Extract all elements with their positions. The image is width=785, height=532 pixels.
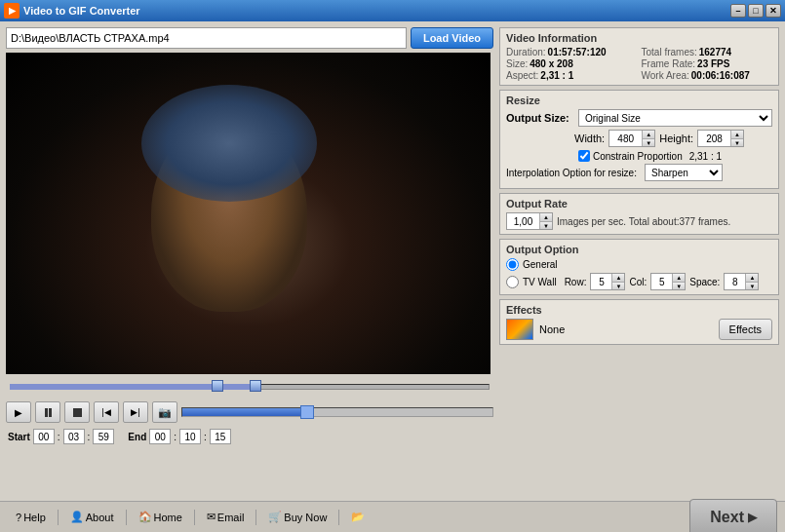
height-up[interactable]: ▲ xyxy=(731,131,743,138)
help-button[interactable]: ? Help xyxy=(8,507,54,528)
separator-2 xyxy=(126,510,127,525)
minimize-button[interactable]: – xyxy=(730,4,746,18)
about-icon: 👤 xyxy=(70,511,84,523)
general-radio[interactable] xyxy=(506,258,519,271)
bottom-bar: ? Help 👤 About 🏠 Home ✉ Email 🛒 Buy Now … xyxy=(0,501,785,532)
folder-icon: 📂 xyxy=(351,511,365,523)
slider-row xyxy=(6,378,493,396)
resize-title: Resize xyxy=(506,95,772,106)
row-input[interactable] xyxy=(591,274,612,289)
dimensions-row: Width: ▲ ▼ Height: ▲ ▼ xyxy=(574,130,772,147)
end-minutes[interactable] xyxy=(179,429,201,444)
app-icon: ▶ xyxy=(4,3,20,19)
email-button[interactable]: ✉ Email xyxy=(199,507,253,528)
output-size-select[interactable]: Original Size xyxy=(579,110,771,126)
file-path-input[interactable] xyxy=(6,27,407,49)
constrain-label: Constrain Proportion xyxy=(593,151,683,162)
close-button[interactable]: ✕ xyxy=(765,4,781,18)
row-label: Row: xyxy=(565,277,587,287)
space-down[interactable]: ▼ xyxy=(746,282,758,289)
duration-row: Duration: 01:57:57:120 xyxy=(506,47,638,57)
frame-rate-row: Frame Rate: 23 FPS xyxy=(642,58,773,69)
transport-row: ▶ |◀ ▶| 📷 xyxy=(6,399,493,425)
total-frames-row: Total frames: 162774 xyxy=(642,47,773,57)
window-controls: – □ ✕ xyxy=(730,4,781,18)
rate-row: ▲ ▼ Images per sec. Total about:377 fram… xyxy=(506,212,772,230)
separator-3 xyxy=(194,510,195,525)
pause-button[interactable] xyxy=(35,401,60,423)
next-frame-button[interactable]: ▶| xyxy=(123,401,148,423)
separator-4 xyxy=(255,510,256,525)
width-label: Width: xyxy=(574,133,605,144)
output-size-row: Output Size: Original Size xyxy=(506,109,772,127)
separator-5 xyxy=(338,510,339,525)
video-info-title: Video Information xyxy=(506,32,772,44)
play-button[interactable]: ▶ xyxy=(6,401,31,423)
rate-down[interactable]: ▼ xyxy=(540,221,552,229)
start-minutes[interactable] xyxy=(63,429,85,444)
about-button[interactable]: 👤 About xyxy=(62,507,122,528)
width-down[interactable]: ▼ xyxy=(643,138,654,146)
end-seconds[interactable] xyxy=(210,429,231,444)
effects-row: None Effects xyxy=(506,319,772,340)
constrain-value: 2,31 : 1 xyxy=(689,151,722,162)
range-end-handle[interactable] xyxy=(250,380,261,392)
load-video-button[interactable]: Load Video xyxy=(411,27,493,49)
tvwall-radio[interactable] xyxy=(506,276,519,288)
end-label: End xyxy=(128,432,146,442)
height-down[interactable]: ▼ xyxy=(731,138,743,146)
col-up[interactable]: ▲ xyxy=(673,274,685,282)
col-down[interactable]: ▼ xyxy=(673,282,685,289)
output-size-select-wrap[interactable]: Original Size xyxy=(578,109,772,127)
email-icon: ✉ xyxy=(207,511,216,523)
prev-button[interactable]: |◀ xyxy=(94,401,119,423)
height-spinner[interactable]: ▲ ▼ xyxy=(697,130,744,147)
effects-button[interactable]: Effects xyxy=(719,319,772,340)
buy-button[interactable]: 🛒 Buy Now xyxy=(260,507,334,528)
space-input[interactable] xyxy=(725,274,746,289)
width-input[interactable] xyxy=(609,131,643,146)
rate-up[interactable]: ▲ xyxy=(540,213,552,221)
rate-description: Images per sec. Total about:377 frames. xyxy=(557,216,730,227)
work-area-row: Work Area: 00:06:16:087 xyxy=(642,70,773,81)
file-row: Load Video xyxy=(6,27,493,49)
start-hours[interactable] xyxy=(33,429,55,444)
width-up[interactable]: ▲ xyxy=(643,131,654,138)
start-label: Start xyxy=(8,432,30,442)
camera-button[interactable]: 📷 xyxy=(152,401,177,423)
general-radio-row: General xyxy=(506,258,772,271)
progress-bar[interactable] xyxy=(181,407,493,417)
col-spinner[interactable]: ▲ ▼ xyxy=(650,273,686,290)
next-button[interactable]: Next ▶ xyxy=(689,499,777,533)
progress-handle[interactable] xyxy=(300,405,314,419)
separator-1 xyxy=(58,510,59,525)
end-hours[interactable] xyxy=(149,429,171,444)
interpolation-select[interactable]: Sharpen Bilinear Bicubic xyxy=(646,165,722,180)
right-panel: Video Information Duration: 01:57:57:120… xyxy=(499,27,779,495)
row-up[interactable]: ▲ xyxy=(612,274,624,282)
effect-thumbnail xyxy=(506,319,533,340)
width-spinner[interactable]: ▲ ▼ xyxy=(608,130,655,147)
row-down[interactable]: ▼ xyxy=(612,282,624,289)
col-input[interactable] xyxy=(651,274,673,289)
height-label: Height: xyxy=(659,133,693,144)
maximize-button[interactable]: □ xyxy=(748,4,764,18)
home-button[interactable]: 🏠 Home xyxy=(131,507,190,528)
range-start-handle[interactable] xyxy=(212,380,223,392)
interpolation-select-wrap[interactable]: Sharpen Bilinear Bicubic xyxy=(645,164,723,181)
output-option-section: Output Option General TV Wall Row: ▲ ▼ C… xyxy=(499,239,779,295)
next-arrow-icon: ▶ xyxy=(748,511,757,524)
rate-spinner[interactable]: ▲ ▼ xyxy=(506,212,553,230)
home-icon: 🏠 xyxy=(138,511,152,523)
folder-button[interactable]: 📂 xyxy=(343,507,373,528)
stop-button[interactable] xyxy=(64,401,90,423)
space-spinner[interactable]: ▲ ▼ xyxy=(724,273,759,290)
start-seconds[interactable] xyxy=(93,429,114,444)
effect-name: None xyxy=(539,323,565,335)
resize-section: Resize Output Size: Original Size Width:… xyxy=(499,90,779,189)
height-input[interactable] xyxy=(698,131,731,146)
space-up[interactable]: ▲ xyxy=(746,274,758,282)
row-spinner[interactable]: ▲ ▼ xyxy=(590,273,625,290)
rate-input[interactable] xyxy=(507,213,540,229)
constrain-checkbox[interactable] xyxy=(578,150,590,162)
